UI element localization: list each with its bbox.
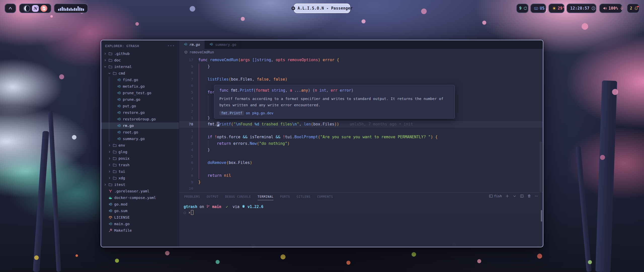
code-line: 9} — [179, 63, 543, 70]
tree-item-root-go[interactable]: Groot.go — [101, 129, 179, 135]
panel-tab-comments[interactable]: COMMENTS — [317, 193, 333, 200]
folder-icon — [113, 71, 117, 75]
gopher-icon — [242, 205, 245, 208]
tree-item--github[interactable]: .github — [101, 50, 179, 57]
explorer-more-actions-button[interactable]: ··· — [167, 44, 175, 48]
editor-main: Grm.goGsummary.go removeCmdRun func fmt.… — [179, 40, 543, 247]
svg-text:G: G — [119, 131, 120, 133]
tree-item-xdg[interactable]: xdg — [101, 175, 179, 181]
terminal-scrollbar[interactable] — [541, 210, 542, 222]
code-text: if !opts.force && isTerminal && !tui.Boo… — [198, 134, 438, 141]
tree-item-docker-compose-yaml[interactable]: docker-compose.yaml — [101, 194, 179, 201]
tree-item-trash[interactable]: trash — [101, 162, 179, 168]
notification-count: 2 — [630, 6, 632, 11]
split-terminal-button[interactable] — [520, 194, 524, 198]
line-number: 8 — [179, 173, 193, 179]
code-line: 78fmt.Printf("\nFound %d trashed files\n… — [179, 121, 543, 128]
tree-item-label: itest — [114, 183, 125, 187]
panel-tab-gitlens[interactable]: GITLENS — [297, 193, 310, 200]
go-icon: G — [117, 104, 121, 108]
code-line: 17func removeCmdRun(args []string, opts … — [179, 57, 543, 63]
folder-icon — [113, 169, 117, 174]
go-file-icon: G — [209, 42, 213, 47]
go-icon: G — [108, 202, 113, 206]
panel-tab-ports[interactable]: PORTS — [280, 193, 290, 200]
tree-item-restoregroup-go[interactable]: GrestoreGroup.go — [101, 116, 179, 122]
terminal[interactable]: gtrash on main ✓ via v1.22.6○ › — [179, 200, 543, 216]
notes-app-icon[interactable]: N — [32, 5, 39, 12]
line-number: 6 — [179, 83, 193, 89]
go-icon: G — [117, 91, 121, 95]
tree-item-metafix-go[interactable]: Gmetafix.go — [101, 83, 179, 90]
notifications-module[interactable]: 2 — [627, 4, 639, 13]
tree-item-env[interactable]: env — [101, 142, 179, 149]
tree-item-put-go[interactable]: Gput.go — [101, 103, 179, 109]
tree-item-prune-test-go[interactable]: Gprune_test.go — [101, 90, 179, 96]
clock-time: 12:28:57 — [570, 6, 589, 11]
tree-item--goreleaser-yaml[interactable]: .goreleaser.yaml — [101, 188, 179, 194]
folder-icon — [113, 150, 117, 154]
audio-module[interactable]: 100% — [599, 4, 622, 13]
panel-tab-problems[interactable]: PROBLEMS — [184, 193, 200, 200]
docker-icon — [108, 196, 113, 200]
tree-item-internal[interactable]: internal — [101, 63, 179, 70]
line-number: 78 — [179, 121, 193, 128]
tree-item-itest[interactable]: itest — [101, 181, 179, 188]
new-terminal-button[interactable] — [505, 194, 509, 198]
code-text: fmt.Printf("\nFound %d trashed files\n",… — [198, 121, 413, 128]
terminal-icon — [489, 194, 493, 198]
weather-module[interactable]: 29° — [548, 4, 565, 13]
panel-tab-debug-console[interactable]: DEBUG CONSOLE — [225, 193, 251, 200]
tree-item-doc[interactable]: doc — [101, 57, 179, 63]
browser-icon[interactable] — [23, 5, 30, 12]
tree-item-restore-go[interactable]: Grestore.go — [101, 109, 179, 116]
tree-item-label: go.sum — [114, 209, 127, 213]
kill-terminal-button[interactable] — [527, 194, 531, 198]
tree-item-summary-go[interactable]: Gsummary.go — [101, 135, 179, 142]
tree-item-glog[interactable]: glog — [101, 149, 179, 155]
tree-item-tui[interactable]: tui — [101, 168, 179, 175]
tree-item-label: docker-compose.yaml — [114, 196, 156, 200]
documents-app-icon[interactable] — [41, 5, 47, 12]
code-area[interactable]: func fmt.Printf(format string, a ...any)… — [179, 55, 543, 192]
svg-text:G: G — [119, 105, 120, 107]
line-number: 5 — [179, 89, 193, 96]
tree-item-posix[interactable]: posix — [101, 155, 179, 162]
tooltip-link-text: on pkg.go.dev — [246, 111, 273, 115]
tab-summary-go[interactable]: Gsummary.go — [205, 40, 241, 49]
clock-module[interactable]: 12:28:57 — [567, 4, 596, 13]
tooltip-doc-link[interactable]: fmt.Printf on pkg.go.dev — [219, 111, 450, 115]
shell-selector[interactable]: fish — [489, 194, 502, 198]
go-icon: G — [117, 117, 121, 121]
updates-module[interactable]: 9 — [516, 4, 529, 13]
svg-text:G: G — [119, 79, 120, 81]
panel-more-button[interactable] — [535, 194, 538, 198]
tree-item-makefile[interactable]: Makefile — [101, 227, 179, 234]
breadcrumb[interactable]: removeCmdRun — [179, 49, 543, 55]
tab-rm-go[interactable]: Grm.go — [179, 40, 205, 49]
chevron-right-icon — [104, 52, 107, 55]
terminal-dropdown-chevron[interactable] — [513, 194, 516, 198]
code-line: 8 — [179, 70, 543, 76]
tree-item-label: prune.go — [123, 97, 140, 101]
tree-item-main-go[interactable]: Gmain.go — [101, 221, 179, 227]
tree-item-label: prune_test.go — [123, 91, 151, 95]
tree-item-go-sum[interactable]: Ggo.sum — [101, 208, 179, 214]
app-launcher-button[interactable] — [5, 4, 16, 13]
tree-item-license[interactable]: LICENSE — [101, 214, 179, 221]
media-player-widget[interactable]: A.L.I.S.O.N - Passenger — [294, 4, 350, 13]
tree-item-find-go[interactable]: Gfind.go — [101, 77, 179, 83]
keyboard-layout-module[interactable]: US — [530, 4, 546, 13]
tree-item-go-mod[interactable]: Ggo.mod — [101, 201, 179, 208]
code-text: func removeCmdRun(args []string, opts re… — [198, 57, 339, 63]
panel-tab-output[interactable]: OUTPUT — [207, 193, 219, 200]
code-line: 10 — [179, 185, 543, 192]
panel-tab-terminal[interactable]: TERMINAL — [258, 193, 273, 200]
license-icon — [108, 215, 113, 219]
tree-item-label: summary.go — [123, 137, 145, 141]
line-number: 1 — [179, 128, 193, 134]
tree-item-cmd[interactable]: cmd — [101, 70, 179, 77]
tree-item-rm-go[interactable]: Grm.go — [101, 122, 179, 129]
tree-item-prune-go[interactable]: Gprune.go — [101, 96, 179, 103]
tooltip-symbol-chip: fmt.Printf — [219, 111, 244, 115]
